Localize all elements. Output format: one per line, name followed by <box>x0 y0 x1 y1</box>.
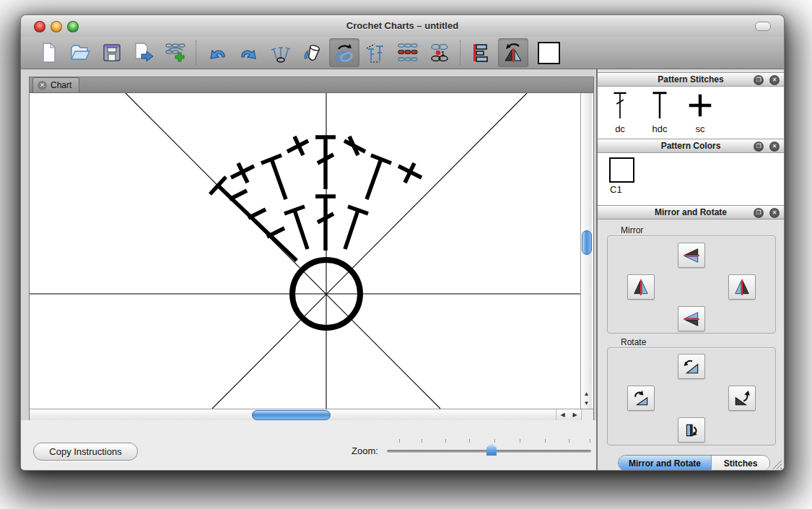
resize-grip[interactable] <box>770 459 782 469</box>
export-button[interactable] <box>128 38 159 67</box>
export-icon <box>133 42 154 64</box>
position-stitches-icon <box>365 42 387 64</box>
paint-bucket-icon <box>302 42 323 64</box>
current-color-swatch[interactable] <box>538 42 560 64</box>
rotate-clockwise-button[interactable] <box>728 386 756 411</box>
rows-icon <box>397 42 419 64</box>
copy-instructions-button[interactable]: Copy Instructions <box>33 443 138 461</box>
pattern-colors-title-bar[interactable]: Pattern Colors ❐ ✕ <box>598 139 784 153</box>
main-toolbar: 1 <box>21 37 784 69</box>
position-stitches-button[interactable] <box>361 38 391 67</box>
rotate-mode-button[interactable] <box>329 38 359 67</box>
dock-panel: Pattern Stitches ❐ ✕ dc hdc sc Pattern C… <box>598 69 784 470</box>
dc-stitch-icon <box>606 90 634 120</box>
stitch-dc[interactable]: dc <box>604 90 636 134</box>
toolbar-separator <box>196 40 197 65</box>
mirror-group-label: Mirror <box>621 225 643 235</box>
horizontal-scrollbar-thumb[interactable] <box>252 410 331 420</box>
tab-stitches[interactable]: Stitches <box>711 456 769 471</box>
rotate-tool-icon <box>333 42 355 64</box>
mirror-rotate-title-bar[interactable]: Mirror and Rotate ❐ ✕ <box>598 205 784 219</box>
zoom-slider-handle[interactable] <box>486 443 497 456</box>
scrollbar-corner <box>581 409 593 420</box>
add-stitches-button[interactable] <box>160 38 191 67</box>
rotate-clockwise-icon <box>733 390 751 407</box>
color-c1-label: C1 <box>610 184 622 195</box>
undo-button[interactable] <box>202 38 232 67</box>
new-document-button[interactable] <box>33 38 64 67</box>
vertical-scrollbar-thumb[interactable] <box>582 230 592 255</box>
tab-mirror-and-rotate[interactable]: Mirror and Rotate <box>619 456 711 471</box>
mirror-up-icon <box>683 247 700 264</box>
align-icon <box>471 42 492 64</box>
toolbar-separator <box>460 40 461 65</box>
dock-tab-switcher: Mirror and Rotate Stitches <box>618 455 770 471</box>
rotate-group-label: Rotate <box>621 337 646 347</box>
color-c1-swatch[interactable] <box>609 157 634 183</box>
mirror-down-button[interactable] <box>678 306 705 331</box>
pattern-colors-content: C1 <box>598 153 784 205</box>
tab-close-icon[interactable]: ✕ <box>38 81 47 90</box>
rotate-counterclockwise-button[interactable] <box>627 386 655 411</box>
mirror-right-button[interactable] <box>728 274 756 300</box>
chart-frame: ✕ Chart ▲ ▼ ◀ ▶ <box>29 77 594 421</box>
float-dock-icon[interactable]: ❐ <box>754 142 764 152</box>
rotate-left-90-icon <box>683 358 700 375</box>
scroll-down-arrow[interactable]: ▼ <box>581 399 592 408</box>
zoom-label: Zoom: <box>352 445 378 456</box>
save-floppy-icon <box>101 42 123 64</box>
float-dock-icon[interactable]: ❐ <box>754 208 764 218</box>
svg-text:1: 1 <box>441 50 445 57</box>
tab-chart[interactable]: ✕ Chart <box>32 77 79 92</box>
rotate-180-button[interactable] <box>678 417 705 443</box>
close-dock-icon[interactable]: ✕ <box>769 208 780 218</box>
redo-button[interactable] <box>234 38 264 67</box>
pattern-stitches-content: dc hdc sc <box>598 87 784 139</box>
float-dock-icon[interactable]: ❐ <box>754 75 764 85</box>
horizontal-scrollbar[interactable]: ◀ ▶ <box>30 409 593 420</box>
toolbar-toggle-button[interactable] <box>755 22 771 31</box>
increase-fan-button[interactable] <box>266 38 296 67</box>
status-bar: Copy Instructions Zoom: <box>21 420 596 470</box>
tab-chart-label: Chart <box>51 80 71 90</box>
mirror-left-icon <box>632 279 650 296</box>
scroll-right-arrow[interactable]: ▶ <box>572 412 577 418</box>
stitch-hdc[interactable]: hdc <box>644 90 676 134</box>
add-stitches-icon <box>165 42 186 64</box>
mirror-up-button[interactable] <box>678 243 705 268</box>
close-dock-icon[interactable]: ✕ <box>769 142 780 152</box>
mirror-tool-icon <box>502 42 524 64</box>
mirror-down-icon <box>683 310 700 328</box>
rotate-counterclockwise-icon <box>632 390 650 407</box>
layout-rounds-button[interactable]: 1 <box>424 38 455 67</box>
open-file-button[interactable] <box>65 38 95 67</box>
open-folder-icon <box>69 42 91 64</box>
stitch-sc[interactable]: sc <box>684 90 716 134</box>
layout-rows-button[interactable] <box>393 38 423 67</box>
fill-color-button[interactable] <box>297 38 328 67</box>
align-stitches-button[interactable] <box>466 38 497 67</box>
hdc-stitch-icon <box>646 90 673 120</box>
pattern-stitches-title-bar[interactable]: Pattern Stitches ❐ ✕ <box>598 72 784 87</box>
rotate-left-90-button[interactable] <box>678 354 705 379</box>
sc-stitch-icon <box>686 90 714 120</box>
mirror-right-icon <box>733 279 751 296</box>
increase-fan-icon <box>270 42 292 64</box>
rotate-180-icon <box>683 422 700 439</box>
scroll-up-arrow[interactable]: ▲ <box>581 390 592 399</box>
zoom-slider[interactable] <box>387 438 591 459</box>
vertical-scrollbar[interactable]: ▲ ▼ <box>580 93 592 409</box>
window-title: Crochet Charts – untitled <box>21 15 784 37</box>
undo-icon <box>206 42 228 64</box>
save-button[interactable] <box>97 38 127 67</box>
chart-canvas[interactable] <box>30 93 580 409</box>
title-bar[interactable]: Crochet Charts – untitled <box>21 15 784 38</box>
rounds-icon: 1 <box>429 42 450 64</box>
scroll-left-arrow[interactable]: ◀ <box>560 412 564 418</box>
new-document-icon <box>38 42 59 64</box>
mirror-mode-button[interactable] <box>498 38 528 67</box>
crochet-chart-drawing <box>30 93 580 409</box>
app-window: Crochet Charts – untitled <box>20 14 785 471</box>
mirror-left-button[interactable] <box>627 274 655 300</box>
close-dock-icon[interactable]: ✕ <box>769 75 780 85</box>
